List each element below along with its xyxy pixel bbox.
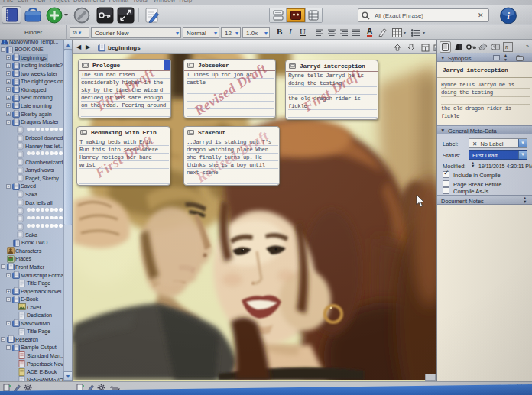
svg-text:!: ! <box>4 40 5 44</box>
svg-text:i: i <box>507 10 510 21</box>
